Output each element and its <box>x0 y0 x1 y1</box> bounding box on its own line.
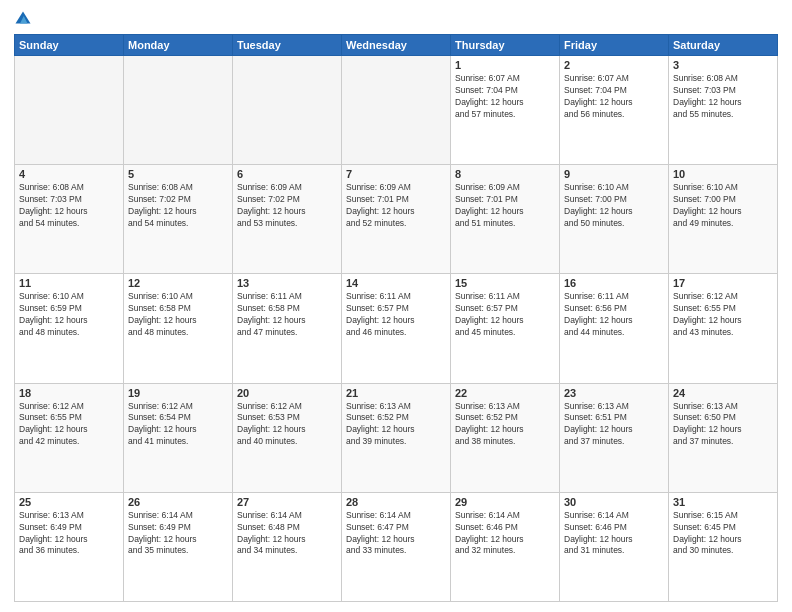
day-info: Sunrise: 6:08 AM Sunset: 7:03 PM Dayligh… <box>19 182 119 230</box>
calendar-cell <box>233 56 342 165</box>
calendar-cell: 14Sunrise: 6:11 AM Sunset: 6:57 PM Dayli… <box>342 274 451 383</box>
calendar-cell: 9Sunrise: 6:10 AM Sunset: 7:00 PM Daylig… <box>560 165 669 274</box>
day-info: Sunrise: 6:14 AM Sunset: 6:46 PM Dayligh… <box>455 510 555 558</box>
calendar-cell: 22Sunrise: 6:13 AM Sunset: 6:52 PM Dayli… <box>451 383 560 492</box>
day-number: 16 <box>564 277 664 289</box>
day-number: 31 <box>673 496 773 508</box>
day-number: 24 <box>673 387 773 399</box>
day-info: Sunrise: 6:10 AM Sunset: 7:00 PM Dayligh… <box>673 182 773 230</box>
calendar-cell: 11Sunrise: 6:10 AM Sunset: 6:59 PM Dayli… <box>15 274 124 383</box>
calendar-cell: 31Sunrise: 6:15 AM Sunset: 6:45 PM Dayli… <box>669 492 778 601</box>
weekday-header-sunday: Sunday <box>15 35 124 56</box>
calendar-cell: 19Sunrise: 6:12 AM Sunset: 6:54 PM Dayli… <box>124 383 233 492</box>
calendar-cell: 8Sunrise: 6:09 AM Sunset: 7:01 PM Daylig… <box>451 165 560 274</box>
calendar-cell: 20Sunrise: 6:12 AM Sunset: 6:53 PM Dayli… <box>233 383 342 492</box>
weekday-header-thursday: Thursday <box>451 35 560 56</box>
calendar-cell <box>15 56 124 165</box>
day-number: 7 <box>346 168 446 180</box>
calendar-cell: 30Sunrise: 6:14 AM Sunset: 6:46 PM Dayli… <box>560 492 669 601</box>
day-info: Sunrise: 6:13 AM Sunset: 6:49 PM Dayligh… <box>19 510 119 558</box>
day-number: 21 <box>346 387 446 399</box>
calendar-cell <box>124 56 233 165</box>
day-number: 6 <box>237 168 337 180</box>
day-number: 9 <box>564 168 664 180</box>
day-info: Sunrise: 6:12 AM Sunset: 6:55 PM Dayligh… <box>673 291 773 339</box>
day-number: 14 <box>346 277 446 289</box>
day-info: Sunrise: 6:09 AM Sunset: 7:02 PM Dayligh… <box>237 182 337 230</box>
day-number: 10 <box>673 168 773 180</box>
day-info: Sunrise: 6:07 AM Sunset: 7:04 PM Dayligh… <box>455 73 555 121</box>
day-number: 28 <box>346 496 446 508</box>
day-number: 19 <box>128 387 228 399</box>
week-row-3: 11Sunrise: 6:10 AM Sunset: 6:59 PM Dayli… <box>15 274 778 383</box>
calendar-cell: 13Sunrise: 6:11 AM Sunset: 6:58 PM Dayli… <box>233 274 342 383</box>
calendar-cell: 3Sunrise: 6:08 AM Sunset: 7:03 PM Daylig… <box>669 56 778 165</box>
weekday-header-row: SundayMondayTuesdayWednesdayThursdayFrid… <box>15 35 778 56</box>
header <box>14 10 778 28</box>
day-number: 12 <box>128 277 228 289</box>
day-info: Sunrise: 6:14 AM Sunset: 6:49 PM Dayligh… <box>128 510 228 558</box>
weekday-header-monday: Monday <box>124 35 233 56</box>
day-number: 4 <box>19 168 119 180</box>
day-info: Sunrise: 6:13 AM Sunset: 6:50 PM Dayligh… <box>673 401 773 449</box>
calendar-cell: 26Sunrise: 6:14 AM Sunset: 6:49 PM Dayli… <box>124 492 233 601</box>
day-info: Sunrise: 6:12 AM Sunset: 6:55 PM Dayligh… <box>19 401 119 449</box>
page: SundayMondayTuesdayWednesdayThursdayFrid… <box>0 0 792 612</box>
day-info: Sunrise: 6:13 AM Sunset: 6:51 PM Dayligh… <box>564 401 664 449</box>
logo-icon <box>14 10 32 28</box>
day-info: Sunrise: 6:09 AM Sunset: 7:01 PM Dayligh… <box>455 182 555 230</box>
day-info: Sunrise: 6:08 AM Sunset: 7:02 PM Dayligh… <box>128 182 228 230</box>
week-row-5: 25Sunrise: 6:13 AM Sunset: 6:49 PM Dayli… <box>15 492 778 601</box>
logo <box>14 10 36 28</box>
day-number: 23 <box>564 387 664 399</box>
day-number: 26 <box>128 496 228 508</box>
day-number: 8 <box>455 168 555 180</box>
day-info: Sunrise: 6:11 AM Sunset: 6:57 PM Dayligh… <box>455 291 555 339</box>
day-number: 29 <box>455 496 555 508</box>
calendar-cell: 2Sunrise: 6:07 AM Sunset: 7:04 PM Daylig… <box>560 56 669 165</box>
calendar-cell: 17Sunrise: 6:12 AM Sunset: 6:55 PM Dayli… <box>669 274 778 383</box>
day-info: Sunrise: 6:10 AM Sunset: 6:58 PM Dayligh… <box>128 291 228 339</box>
calendar-cell: 10Sunrise: 6:10 AM Sunset: 7:00 PM Dayli… <box>669 165 778 274</box>
week-row-4: 18Sunrise: 6:12 AM Sunset: 6:55 PM Dayli… <box>15 383 778 492</box>
calendar-cell: 6Sunrise: 6:09 AM Sunset: 7:02 PM Daylig… <box>233 165 342 274</box>
week-row-2: 4Sunrise: 6:08 AM Sunset: 7:03 PM Daylig… <box>15 165 778 274</box>
day-number: 18 <box>19 387 119 399</box>
day-number: 5 <box>128 168 228 180</box>
calendar-cell: 24Sunrise: 6:13 AM Sunset: 6:50 PM Dayli… <box>669 383 778 492</box>
calendar-table: SundayMondayTuesdayWednesdayThursdayFrid… <box>14 34 778 602</box>
day-number: 27 <box>237 496 337 508</box>
weekday-header-friday: Friday <box>560 35 669 56</box>
day-info: Sunrise: 6:07 AM Sunset: 7:04 PM Dayligh… <box>564 73 664 121</box>
day-number: 17 <box>673 277 773 289</box>
calendar-cell: 23Sunrise: 6:13 AM Sunset: 6:51 PM Dayli… <box>560 383 669 492</box>
calendar-cell: 5Sunrise: 6:08 AM Sunset: 7:02 PM Daylig… <box>124 165 233 274</box>
day-number: 20 <box>237 387 337 399</box>
day-info: Sunrise: 6:14 AM Sunset: 6:47 PM Dayligh… <box>346 510 446 558</box>
day-info: Sunrise: 6:14 AM Sunset: 6:48 PM Dayligh… <box>237 510 337 558</box>
day-info: Sunrise: 6:10 AM Sunset: 7:00 PM Dayligh… <box>564 182 664 230</box>
day-number: 15 <box>455 277 555 289</box>
calendar-cell: 28Sunrise: 6:14 AM Sunset: 6:47 PM Dayli… <box>342 492 451 601</box>
calendar-cell: 25Sunrise: 6:13 AM Sunset: 6:49 PM Dayli… <box>15 492 124 601</box>
day-info: Sunrise: 6:13 AM Sunset: 6:52 PM Dayligh… <box>455 401 555 449</box>
calendar-cell: 16Sunrise: 6:11 AM Sunset: 6:56 PM Dayli… <box>560 274 669 383</box>
day-number: 13 <box>237 277 337 289</box>
day-info: Sunrise: 6:10 AM Sunset: 6:59 PM Dayligh… <box>19 291 119 339</box>
weekday-header-tuesday: Tuesday <box>233 35 342 56</box>
day-info: Sunrise: 6:12 AM Sunset: 6:54 PM Dayligh… <box>128 401 228 449</box>
day-number: 2 <box>564 59 664 71</box>
calendar-cell: 12Sunrise: 6:10 AM Sunset: 6:58 PM Dayli… <box>124 274 233 383</box>
day-number: 22 <box>455 387 555 399</box>
day-info: Sunrise: 6:13 AM Sunset: 6:52 PM Dayligh… <box>346 401 446 449</box>
calendar-cell: 1Sunrise: 6:07 AM Sunset: 7:04 PM Daylig… <box>451 56 560 165</box>
day-info: Sunrise: 6:08 AM Sunset: 7:03 PM Dayligh… <box>673 73 773 121</box>
day-number: 25 <box>19 496 119 508</box>
calendar-cell: 15Sunrise: 6:11 AM Sunset: 6:57 PM Dayli… <box>451 274 560 383</box>
calendar-cell: 27Sunrise: 6:14 AM Sunset: 6:48 PM Dayli… <box>233 492 342 601</box>
calendar-cell <box>342 56 451 165</box>
day-info: Sunrise: 6:11 AM Sunset: 6:58 PM Dayligh… <box>237 291 337 339</box>
day-number: 11 <box>19 277 119 289</box>
day-info: Sunrise: 6:11 AM Sunset: 6:56 PM Dayligh… <box>564 291 664 339</box>
week-row-1: 1Sunrise: 6:07 AM Sunset: 7:04 PM Daylig… <box>15 56 778 165</box>
